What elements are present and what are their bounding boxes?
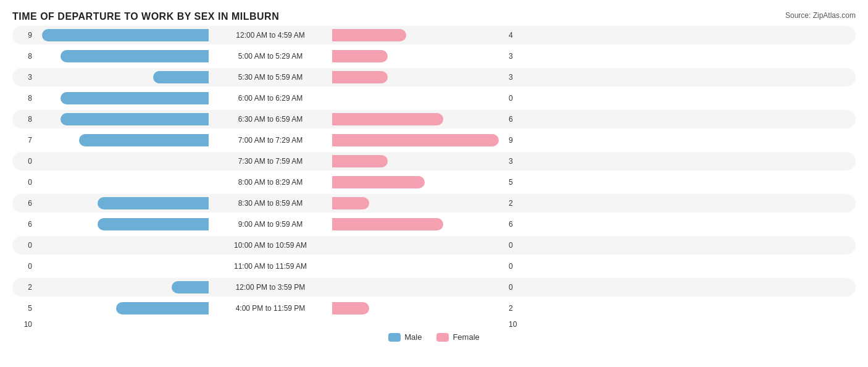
female-value: 2 bbox=[505, 199, 528, 208]
male-bar bbox=[98, 197, 209, 209]
female-value: 0 bbox=[505, 283, 528, 292]
male-value: 8 bbox=[12, 115, 36, 124]
chart-row: 08:00 AM to 8:29 AM5 bbox=[12, 173, 856, 192]
source-text: Source: ZipAtlas.com bbox=[785, 11, 856, 20]
male-value: 7 bbox=[12, 136, 36, 145]
male-value: 9 bbox=[12, 31, 36, 40]
time-label: 12:00 PM to 3:59 PM bbox=[209, 283, 332, 292]
chart-row: 85:00 AM to 5:29 AM3 bbox=[12, 47, 856, 65]
female-bar-area bbox=[332, 302, 505, 314]
female-label: Female bbox=[453, 332, 479, 342]
chart-row: 86:00 AM to 6:29 AM0 bbox=[12, 89, 856, 108]
male-bar bbox=[42, 29, 209, 41]
male-bar-area bbox=[36, 92, 209, 104]
male-value: 8 bbox=[12, 52, 36, 61]
time-label: 5:00 AM to 5:29 AM bbox=[209, 52, 332, 61]
time-label: 8:30 AM to 8:59 AM bbox=[209, 199, 332, 208]
chart-row: 68:30 AM to 8:59 AM2 bbox=[12, 194, 856, 213]
male-bar bbox=[172, 281, 209, 293]
female-bar bbox=[332, 218, 443, 230]
time-label: 7:30 AM to 7:59 AM bbox=[209, 157, 332, 166]
male-value: 0 bbox=[12, 241, 36, 250]
female-bar-area bbox=[332, 155, 505, 167]
male-label: Male bbox=[404, 332, 422, 342]
chart-row: 86:30 AM to 6:59 AM6 bbox=[12, 110, 856, 129]
female-bar-area bbox=[332, 71, 505, 83]
male-bar-area bbox=[36, 50, 209, 62]
time-label: 10:00 AM to 10:59 AM bbox=[209, 241, 332, 250]
female-bar bbox=[332, 71, 388, 83]
male-bar-area bbox=[36, 302, 209, 314]
female-value: 0 bbox=[505, 241, 528, 250]
chart-row: 011:00 AM to 11:59 AM0 bbox=[12, 257, 856, 276]
axis-right-val: 10 bbox=[505, 320, 528, 329]
female-bar-area bbox=[332, 134, 505, 146]
chart-row: 912:00 AM to 4:59 AM4 bbox=[12, 26, 856, 44]
male-swatch bbox=[388, 333, 401, 342]
male-bar-area bbox=[36, 281, 209, 293]
male-value: 3 bbox=[12, 73, 36, 82]
male-bar-area bbox=[36, 134, 209, 146]
chart-row: 54:00 PM to 11:59 PM2 bbox=[12, 299, 856, 318]
time-label: 9:00 AM to 9:59 AM bbox=[209, 220, 332, 229]
female-value: 3 bbox=[505, 157, 528, 166]
female-bar bbox=[332, 302, 369, 314]
female-bar bbox=[332, 155, 388, 167]
time-label: 6:30 AM to 6:59 AM bbox=[209, 115, 332, 124]
female-value: 3 bbox=[505, 73, 528, 82]
female-value: 3 bbox=[505, 52, 528, 61]
male-bar-area bbox=[36, 197, 209, 209]
female-bar-area bbox=[332, 176, 505, 188]
chart-row: 212:00 PM to 3:59 PM0 bbox=[12, 278, 856, 297]
time-label: 11:00 AM to 11:59 AM bbox=[209, 262, 332, 271]
chart-area: 912:00 AM to 4:59 AM485:00 AM to 5:29 AM… bbox=[12, 26, 856, 318]
male-bar-area bbox=[36, 29, 209, 41]
axis-left-val: 10 bbox=[12, 320, 36, 329]
legend-male: Male bbox=[388, 332, 422, 342]
female-value: 0 bbox=[505, 94, 528, 103]
male-bar-area bbox=[36, 113, 209, 125]
chart-row: 77:00 AM to 7:29 AM9 bbox=[12, 131, 856, 150]
chart-row: 69:00 AM to 9:59 AM6 bbox=[12, 215, 856, 234]
male-value: 0 bbox=[12, 157, 36, 166]
time-label: 5:30 AM to 5:59 AM bbox=[209, 73, 332, 82]
male-bar bbox=[61, 50, 209, 62]
female-bar-area bbox=[332, 50, 505, 62]
male-bar bbox=[79, 134, 209, 146]
axis-row: 10 10 bbox=[12, 320, 856, 329]
male-value: 6 bbox=[12, 220, 36, 229]
male-bar-area bbox=[36, 71, 209, 83]
male-bar bbox=[61, 92, 209, 104]
time-label: 4:00 PM to 11:59 PM bbox=[209, 304, 332, 313]
time-label: 7:00 AM to 7:29 AM bbox=[209, 136, 332, 145]
male-bar bbox=[116, 302, 209, 314]
legend: Male Female bbox=[12, 332, 856, 342]
female-bar bbox=[332, 134, 499, 146]
female-bar-area bbox=[332, 29, 505, 41]
female-bar bbox=[332, 50, 388, 62]
female-bar bbox=[332, 113, 443, 125]
female-bar bbox=[332, 197, 369, 209]
male-value: 2 bbox=[12, 283, 36, 292]
time-label: 8:00 AM to 8:29 AM bbox=[209, 178, 332, 187]
female-value: 9 bbox=[505, 136, 528, 145]
legend-female: Female bbox=[436, 332, 479, 342]
time-label: 6:00 AM to 6:29 AM bbox=[209, 94, 332, 103]
female-bar-area bbox=[332, 197, 505, 209]
female-bar bbox=[332, 29, 406, 41]
male-value: 8 bbox=[12, 94, 36, 103]
chart-row: 07:30 AM to 7:59 AM3 bbox=[12, 152, 856, 171]
male-bar bbox=[98, 218, 209, 230]
male-value: 0 bbox=[12, 178, 36, 187]
female-value: 4 bbox=[505, 31, 528, 40]
male-value: 5 bbox=[12, 304, 36, 313]
female-value: 6 bbox=[505, 115, 528, 124]
chart-row: 010:00 AM to 10:59 AM0 bbox=[12, 236, 856, 255]
male-bar-area bbox=[36, 218, 209, 230]
male-value: 0 bbox=[12, 262, 36, 271]
male-value: 6 bbox=[12, 199, 36, 208]
female-swatch bbox=[436, 333, 449, 342]
time-label: 12:00 AM to 4:59 AM bbox=[209, 31, 332, 40]
chart-title: TIME OF DEPARTURE TO WORK BY SEX IN MILB… bbox=[12, 11, 856, 22]
chart-container: TIME OF DEPARTURE TO WORK BY SEX IN MILB… bbox=[0, 0, 868, 367]
